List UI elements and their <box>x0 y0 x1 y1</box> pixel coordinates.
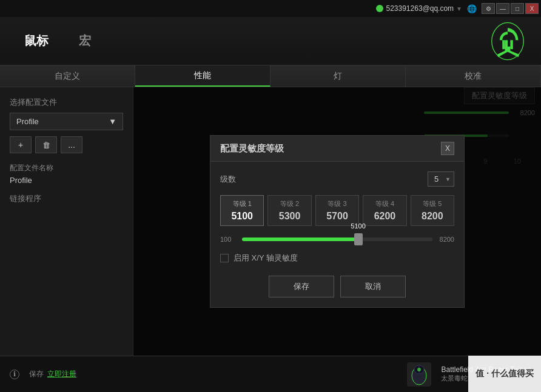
main-header: 鼠标 宏 <box>0 17 541 65</box>
profile-actions: + 🗑 ... <box>10 136 123 153</box>
window-controls: ⚙ — □ X <box>482 3 539 14</box>
bottom-bar: ℹ 保存 立即注册 Battlefield 4™ Razer Taipan 太景… <box>0 356 541 392</box>
level-btn-4[interactable]: 等级 4 6200 <box>363 195 406 226</box>
level-3-label: 等级 3 <box>318 199 356 208</box>
close-button[interactable]: X <box>525 3 539 14</box>
delete-profile-button[interactable]: 🗑 <box>35 136 57 153</box>
account-email: 523391263@qq.com <box>386 4 454 13</box>
level-count-label: 级数 <box>220 174 236 185</box>
profile-dropdown-arrow: ▼ <box>109 117 116 126</box>
level-btn-2[interactable]: 等级 2 5300 <box>267 195 311 226</box>
nav-tabs: 自定义 性能 灯 校准 <box>0 65 541 87</box>
svg-point-3 <box>417 368 421 371</box>
modal-title: 配置灵敏度等级 <box>220 143 284 154</box>
dpi-slider-row: 100 5100 8200 <box>220 236 454 243</box>
level-1-label: 等级 1 <box>223 199 261 208</box>
profile-name-label: 配置文件名称 <box>10 163 123 173</box>
status-text: 保存 <box>29 369 44 379</box>
watermark-text: 值 · 什么值得买 <box>475 368 534 379</box>
maximize-button[interactable]: □ <box>511 3 524 14</box>
modal-body: 级数 5 1 2 3 4 等级 1 5100 <box>210 162 464 307</box>
bottom-status: 保存 立即注册 <box>29 369 76 379</box>
tab-macro[interactable]: 宏 <box>67 30 103 51</box>
level-count-wrapper: 5 1 2 3 4 <box>428 171 454 187</box>
globe-icon: 🌐 <box>467 4 477 13</box>
account-info: 523391263@qq.com ▼ 🌐 <box>376 4 477 13</box>
more-options-button[interactable]: ... <box>61 136 82 153</box>
dpi-slider-section: 100 5100 8200 <box>220 236 454 243</box>
profile-dropdown[interactable]: Profile ▼ <box>10 113 123 130</box>
level-5-label: 等级 5 <box>414 199 451 208</box>
level-btn-5[interactable]: 等级 5 8200 <box>411 195 454 226</box>
level-btn-3[interactable]: 等级 3 5700 <box>315 195 359 226</box>
dpi-slider-track[interactable]: 5100 <box>242 238 432 241</box>
nav-tab-customize[interactable]: 自定义 <box>0 65 135 87</box>
device-thumbnail <box>407 362 431 387</box>
profile-name-value: Profile <box>10 176 123 185</box>
level-btn-1[interactable]: 等级 1 5100 <box>220 195 264 226</box>
level-4-value: 6200 <box>366 211 403 222</box>
slider-min-label: 100 <box>220 236 237 243</box>
level-count-select[interactable]: 5 1 2 3 4 <box>428 171 454 187</box>
titlebar: 523391263@qq.com ▼ 🌐 ⚙ — □ X <box>0 0 541 17</box>
cancel-button[interactable]: 取消 <box>340 276 406 297</box>
header-tabs: 鼠标 宏 <box>12 30 103 51</box>
level-count-row: 级数 5 1 2 3 4 <box>220 171 454 187</box>
profile-dropdown-value: Profile <box>16 117 39 126</box>
nav-tab-calibration[interactable]: 校准 <box>406 65 541 87</box>
razer-logo <box>486 20 529 62</box>
modal-header: 配置灵敏度等级 X <box>210 136 464 162</box>
nav-tab-performance[interactable]: 性能 <box>135 65 270 87</box>
add-profile-button[interactable]: + <box>10 136 32 153</box>
xy-sensitivity-row: 启用 X/Y 轴灵敏度 <box>220 253 454 264</box>
level-5-value: 8200 <box>414 211 451 222</box>
watermark: 值 · 什么值得买 <box>468 356 541 392</box>
trash-icon: 🗑 <box>42 141 50 150</box>
dpi-config-modal: 配置灵敏度等级 X 级数 5 1 2 3 4 <box>210 135 465 308</box>
xy-sensitivity-label: 启用 X/Y 轴灵敏度 <box>234 253 298 264</box>
tab-mouse[interactable]: 鼠标 <box>12 30 61 51</box>
profile-select-label: 选择配置文件 <box>10 97 123 108</box>
settings-button[interactable]: ⚙ <box>482 3 495 14</box>
level-3-value: 5700 <box>318 211 356 222</box>
minimize-button[interactable]: — <box>496 3 509 14</box>
account-dropdown-arrow: ▼ <box>456 5 462 12</box>
xy-sensitivity-checkbox[interactable] <box>220 254 229 262</box>
level-2-label: 等级 2 <box>270 199 308 208</box>
modal-close-button[interactable]: X <box>441 142 454 155</box>
slider-thumb[interactable]: 5100 <box>354 233 363 245</box>
link-program[interactable]: 链接程序 <box>10 193 123 204</box>
modal-footer: 保存 取消 <box>220 276 454 297</box>
save-button[interactable]: 保存 <box>269 276 334 297</box>
info-icon: ℹ <box>10 370 19 379</box>
mouse-icon <box>410 364 428 385</box>
register-link[interactable]: 立即注册 <box>47 369 76 379</box>
level-2-value: 5300 <box>270 211 308 222</box>
level-4-label: 等级 4 <box>366 199 403 208</box>
online-indicator <box>376 5 383 12</box>
level-buttons: 等级 1 5100 等级 2 5300 等级 3 5700 等级 4 6200 … <box>220 195 454 226</box>
slider-max-label: 8200 <box>437 236 454 243</box>
modal-overlay: 配置灵敏度等级 X 级数 5 1 2 3 4 <box>133 87 541 356</box>
level-1-value: 5100 <box>223 211 261 222</box>
slider-current-value: 5100 <box>351 222 365 230</box>
slider-fill <box>242 238 358 241</box>
sidebar: 选择配置文件 Profile ▼ + 🗑 ... 配置文件名称 Profile … <box>0 87 133 356</box>
nav-tab-lighting[interactable]: 灯 <box>270 65 406 87</box>
